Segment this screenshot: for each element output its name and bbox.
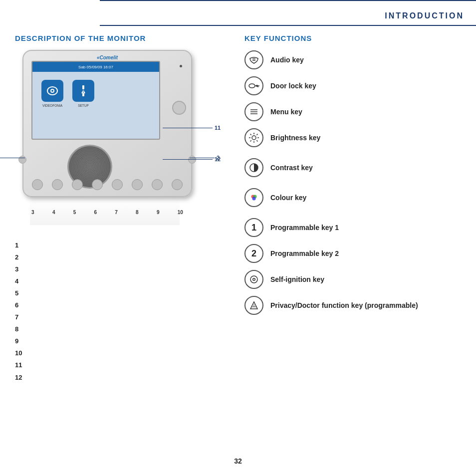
btn-3[interactable]: [32, 179, 43, 190]
num-label-3: 3: [31, 210, 34, 215]
led-indicator: [180, 65, 182, 67]
svg-point-2: [51, 90, 53, 92]
numbered-list: 1 2 3 4 5 6 7 8 9 10 11 12: [15, 239, 22, 384]
btn-6[interactable]: [92, 179, 103, 190]
prog2-key-label: Programmable key 2: [270, 249, 339, 257]
key-brightness: Brightness key: [244, 128, 464, 147]
setup-block: SETUP: [72, 80, 94, 107]
key-functions-title: KEY FUNCTIONS: [244, 34, 464, 42]
videofonia-icon: [41, 80, 63, 102]
self-ignition-icon: [244, 270, 263, 289]
key-audio: Audio key: [244, 50, 464, 69]
header-title: INTRODUCTION: [385, 11, 464, 20]
prog2-icon: 2: [244, 244, 263, 263]
svg-line-23: [256, 134, 257, 135]
num-label-4: 4: [52, 210, 55, 215]
list-item-8: 8: [15, 323, 22, 335]
svg-rect-3: [82, 85, 84, 89]
callout-1: 1: [0, 155, 25, 161]
contrast-icon: [244, 158, 263, 177]
key-colour: Colour key: [244, 188, 464, 207]
btn-8[interactable]: [132, 179, 143, 190]
svg-line-22: [256, 140, 257, 141]
right-section: KEY FUNCTIONS Audio key Door lock key: [244, 34, 464, 322]
callout-11: 11: [163, 125, 221, 131]
list-item-1: 1: [15, 239, 22, 251]
key-contrast: Contrast key: [244, 158, 464, 177]
key-privacy: Privacy/Doctor function key (programmabl…: [244, 296, 464, 315]
brightness-icon: [244, 128, 263, 147]
list-item-10: 10: [15, 347, 22, 359]
num-label-8: 8: [136, 210, 139, 215]
screen-header: Sab 05/09/09 16:07: [32, 62, 159, 72]
header-bottom-line: [100, 25, 476, 26]
key-menu: Menu key: [244, 102, 464, 121]
videofonia-label: VIDEOFONIA: [42, 104, 62, 107]
num-label-6: 6: [94, 210, 97, 215]
prog1-key-label: Programmable key 1: [270, 224, 339, 232]
btn-9[interactable]: [152, 179, 163, 190]
menu-key-label: Menu key: [270, 108, 302, 116]
list-item-5: 5: [15, 287, 22, 299]
menu-icon: [244, 102, 263, 121]
list-item-7: 7: [15, 311, 22, 323]
num-label-10: 10: [178, 210, 183, 215]
list-item-4: 4: [15, 275, 22, 287]
callout-11-label: 11: [215, 125, 221, 131]
nav-circle: [172, 101, 186, 115]
bottom-buttons-row: [27, 179, 187, 190]
setup-icon: [72, 80, 94, 102]
btn-5[interactable]: [72, 179, 83, 190]
colour-icon: [244, 188, 263, 207]
audio-key-label: Audio key: [270, 56, 304, 64]
comelit-logo: «Comelit: [97, 55, 118, 60]
monitor-wrapper: «Comelit Sab 05/09/09 16:07: [15, 50, 210, 235]
self-ignition-key-label: Self-ignition key: [270, 275, 324, 283]
header-bar: INTRODUCTION: [316, 0, 476, 25]
key-prog2: 2 Programmable key 2: [244, 244, 464, 263]
list-item-11: 11: [15, 359, 22, 371]
privacy-icon: [244, 296, 263, 315]
screen-icons-area: VIDEOFONIA SETUP: [32, 72, 159, 115]
page-number: 32: [234, 457, 242, 465]
svg-point-16: [252, 136, 256, 140]
list-item-2: 2: [15, 251, 22, 263]
privacy-key-label: Privacy/Doctor function key (programmabl…: [270, 301, 418, 309]
videofonia-block: VIDEOFONIA: [41, 80, 63, 107]
key-self-ignition: Self-ignition key: [244, 270, 464, 289]
num-label-5: 5: [73, 210, 76, 215]
monitor-screen: Sab 05/09/09 16:07 VIDEOFONIA: [31, 61, 160, 140]
svg-point-31: [253, 279, 255, 280]
svg-line-21: [250, 134, 251, 135]
setup-label: SETUP: [78, 104, 89, 107]
btn-7[interactable]: [112, 179, 123, 190]
list-item-9: 9: [15, 335, 22, 347]
callout-2-label: 2: [217, 155, 220, 161]
monitor-body: «Comelit Sab 05/09/09 16:07: [22, 50, 192, 197]
num-label-9: 9: [157, 210, 160, 215]
btn-10[interactable]: [172, 179, 183, 190]
svg-point-9: [249, 84, 255, 88]
list-item-3: 3: [15, 263, 22, 275]
door-lock-icon: [244, 76, 263, 95]
contrast-key-label: Contrast key: [270, 164, 313, 172]
list-item-12: 12: [15, 372, 22, 384]
colour-key-label: Colour key: [270, 194, 306, 202]
svg-point-28: [252, 197, 256, 201]
door-lock-key-label: Door lock key: [270, 82, 316, 90]
screen-date: Sab 05/09/09 16:07: [78, 65, 113, 69]
bottom-number-labels: 3 4 5 6 7 8 9 10: [22, 210, 192, 215]
svg-line-24: [250, 140, 251, 141]
audio-icon: [244, 50, 263, 69]
list-item-6: 6: [15, 299, 22, 311]
btn-4[interactable]: [52, 179, 63, 190]
num-label-7: 7: [115, 210, 118, 215]
left-section-title: DESCRIPTION OF THE MONITOR: [15, 34, 146, 42]
description-title: DESCRIPTION OF THE MONITOR: [15, 34, 146, 42]
callout-2: 2: [190, 155, 220, 161]
key-door-lock: Door lock key: [244, 76, 464, 95]
brightness-key-label: Brightness key: [270, 134, 320, 142]
key-prog1: 1 Programmable key 1: [244, 218, 464, 237]
prog1-icon: 1: [244, 218, 263, 237]
